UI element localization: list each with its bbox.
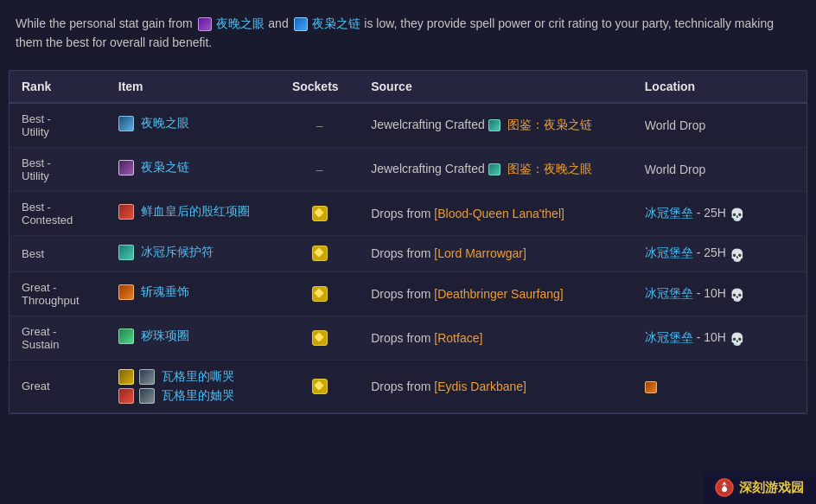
- source-prefix: Jewelcrafting Crafted: [371, 118, 488, 131]
- skull-icon: 💀: [730, 288, 742, 300]
- source-cell: Drops from [Eydis Darkbane]: [359, 360, 633, 412]
- location-link[interactable]: 冰冠堡垒: [645, 330, 693, 344]
- rank-cell: Great -Throughput: [10, 271, 106, 316]
- location-cell: 冰冠堡垒 - 10H 💀: [633, 316, 806, 360]
- item-icon-3: [118, 388, 134, 404]
- table-row: Great -Sustain 秽珠项圈 Drops from [Rotface]…: [10, 316, 806, 360]
- item-link[interactable]: 斩魂垂饰: [118, 284, 189, 300]
- item-cell: 冰冠斥候护符: [106, 235, 280, 271]
- item-cell: 秽珠项圈: [106, 316, 280, 360]
- source-icon: [488, 163, 500, 175]
- intro-text-start: While the personal stat gain from: [16, 16, 193, 30]
- source-link[interactable]: [Rotface]: [434, 331, 482, 345]
- source-prefix: Drops from: [371, 246, 434, 260]
- skull-icon: 💀: [730, 207, 742, 220]
- source-prefix: Jewelcrafting Crafted: [371, 162, 488, 175]
- col-sockets: Sockets: [280, 71, 359, 103]
- source-icon: [488, 119, 500, 131]
- location-link[interactable]: 冰冠堡垒: [645, 246, 693, 259]
- item-cell: 斩魂垂饰: [106, 271, 280, 316]
- sockets-cell: [280, 360, 359, 412]
- table-row: Great 瓦格里的嘶哭 瓦格里的妯哭: [10, 360, 806, 412]
- source-link[interactable]: [Eydis Darkbane]: [434, 380, 526, 393]
- sockets-cell: –: [280, 103, 359, 148]
- source-cell: Jewelcrafting Crafted 图鉴：夜晚之眼: [359, 147, 633, 191]
- source-link[interactable]: 图鉴：夜枭之链: [507, 118, 592, 131]
- no-socket: –: [316, 118, 323, 132]
- item-link[interactable]: 秽珠项圈: [118, 329, 189, 344]
- col-rank: Rank: [10, 71, 106, 103]
- item-name: 夜枭之链: [141, 160, 189, 175]
- item-link[interactable]: 夜枭之链: [118, 160, 189, 175]
- item2-link[interactable]: 夜枭之链: [312, 16, 360, 30]
- col-source: Source: [359, 71, 633, 103]
- no-socket: –: [316, 163, 323, 176]
- table-header: Rank Item Sockets Source Location: [10, 71, 806, 103]
- rank-cell: Best -Utility: [10, 103, 106, 148]
- location-difficulty: - 25H: [697, 246, 730, 259]
- item-name: 秽珠项圈: [141, 329, 189, 344]
- location-difficulty: - 10H: [697, 286, 730, 300]
- item1-icon: [198, 17, 212, 31]
- rank-cell: Great -Sustain: [10, 316, 106, 360]
- location-cell: World Drop: [633, 103, 806, 148]
- rank-cell: Great: [10, 360, 106, 412]
- item-icon: [118, 329, 134, 344]
- item-link-2[interactable]: 瓦格里的妯哭: [118, 388, 268, 404]
- source-link[interactable]: 图鉴：夜晚之眼: [507, 162, 592, 175]
- item-link[interactable]: 夜晚之眼: [118, 116, 189, 131]
- item-link-1[interactable]: 瓦格里的嘶哭: [118, 369, 268, 385]
- source-link[interactable]: [Lord Marrowgar]: [434, 246, 526, 260]
- item-icon: [118, 245, 134, 260]
- sockets-cell: [280, 235, 359, 271]
- intro-text-mid: and: [268, 16, 291, 30]
- location-cell: World Drop: [633, 147, 806, 191]
- source-cell: Drops from [Rotface]: [359, 316, 633, 360]
- skull-icon: 💀: [730, 332, 742, 344]
- socket-gem: [312, 246, 328, 261]
- source-cell: Drops from [Blood-Queen Lana'thel]: [359, 191, 633, 235]
- sockets-cell: –: [280, 147, 359, 191]
- col-location: Location: [633, 71, 806, 103]
- source-cell: Jewelcrafting Crafted 图鉴：夜枭之链: [359, 103, 633, 148]
- source-cell: Drops from [Deathbringer Saurfang]: [359, 271, 633, 316]
- location-link[interactable]: 冰冠堡垒: [645, 286, 693, 300]
- rank-cell: Best: [10, 235, 106, 271]
- location-difficulty: - 10H: [697, 330, 730, 344]
- sockets-cell: [280, 271, 359, 316]
- item-link[interactable]: 冰冠斥候护符: [118, 245, 214, 260]
- col-item: Item: [106, 71, 280, 103]
- table-row: Best -Utility 夜枭之链 – Jewelcrafting Craft…: [10, 147, 806, 191]
- source-prefix: Drops from: [371, 380, 434, 393]
- item-icon-2: [139, 369, 155, 385]
- skull-icon: 💀: [730, 248, 742, 260]
- item-name: 鲜血皇后的殷红项圈: [141, 204, 250, 220]
- source-link[interactable]: [Deathbringer Saurfang]: [434, 287, 563, 301]
- item-link[interactable]: 鲜血皇后的殷红项圈: [118, 204, 250, 220]
- item-icon: [118, 160, 134, 175]
- item2-icon: [294, 17, 308, 31]
- item-icon: [118, 116, 134, 131]
- item-icon-1: [118, 369, 134, 385]
- location-icon: [645, 381, 657, 393]
- socket-gem: [312, 206, 328, 221]
- item-icon-4: [139, 388, 155, 404]
- location-cell: [633, 360, 806, 412]
- item-name-1: 瓦格里的嘶哭: [162, 369, 234, 385]
- source-prefix: Drops from: [371, 331, 434, 345]
- sockets-cell: [280, 191, 359, 235]
- location-cell: 冰冠堡垒 - 25H 💀: [633, 191, 806, 235]
- source-cell: Drops from [Lord Marrowgar]: [359, 235, 633, 271]
- item-icon: [118, 284, 134, 300]
- table-body: Best -Utility 夜晚之眼 – Jewelcrafting Craft…: [10, 103, 806, 413]
- location-link[interactable]: 冰冠堡垒: [645, 206, 693, 220]
- item-name: 冰冠斥候护符: [141, 245, 214, 260]
- source-prefix: Drops from: [371, 287, 434, 301]
- source-link[interactable]: [Blood-Queen Lana'thel]: [434, 207, 564, 220]
- item-cell: 瓦格里的嘶哭 瓦格里的妯哭: [106, 360, 280, 412]
- source-prefix: Drops from: [371, 207, 434, 220]
- item-cell: 夜枭之链: [106, 147, 280, 191]
- socket-gem: [312, 286, 328, 302]
- table-row: Best -Utility 夜晚之眼 – Jewelcrafting Craft…: [10, 103, 806, 148]
- item1-link[interactable]: 夜晚之眼: [216, 16, 265, 30]
